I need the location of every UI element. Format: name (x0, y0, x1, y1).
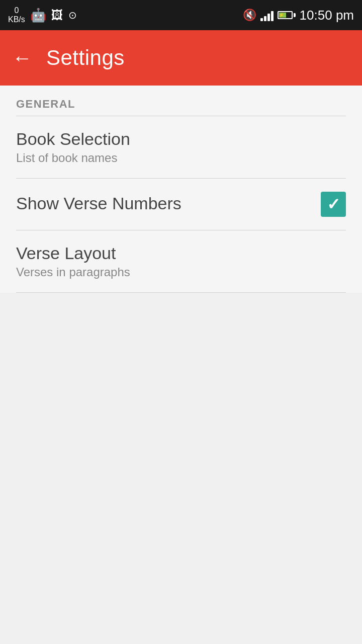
status-bar: 0 KB/s 🤖 🖼 ⊙ 🔇 ⚡ 10:50 pm (0, 0, 362, 30)
book-selection-title: Book Selection (16, 129, 346, 149)
show-verse-numbers-text: Show Verse Numbers (16, 194, 313, 215)
status-bar-left: 0 KB/s 🤖 🖼 ⊙ (8, 6, 77, 24)
setting-item-show-verse-numbers[interactable]: Show Verse Numbers ✓ (0, 179, 362, 230)
signal-bars-icon (260, 9, 274, 21)
kb-indicator: 0 KB/s (8, 6, 25, 24)
verse-layout-subtitle: Verses in paragraphs (16, 265, 346, 279)
verse-layout-text: Verse Layout Verses in paragraphs (16, 244, 346, 279)
show-verse-numbers-title: Show Verse Numbers (16, 194, 313, 213)
mute-icon: 🔇 (243, 9, 256, 22)
back-button[interactable]: ← (12, 47, 32, 69)
kb-value: 0 (14, 6, 19, 15)
book-selection-subtitle: List of book names (16, 151, 346, 165)
book-selection-text: Book Selection List of book names (16, 129, 346, 165)
setting-item-book-selection[interactable]: Book Selection List of book names (0, 116, 362, 178)
back-icon: ← (12, 47, 32, 69)
show-verse-numbers-control[interactable]: ✓ (321, 192, 346, 217)
android-icon: 🤖 (30, 8, 46, 23)
checkmark-icon: ✓ (327, 196, 340, 212)
circle-icon: ⊙ (68, 9, 77, 21)
battery-icon: ⚡ (278, 11, 296, 19)
status-bar-right: 🔇 ⚡ 10:50 pm (243, 8, 354, 23)
page-title: Settings (46, 46, 125, 70)
settings-content: GENERAL Book Selection List of book name… (0, 86, 362, 293)
divider-3 (16, 292, 346, 293)
setting-item-verse-layout[interactable]: Verse Layout Verses in paragraphs (0, 230, 362, 292)
section-header-general: GENERAL (0, 86, 362, 116)
image-icon: 🖼 (51, 8, 63, 22)
verse-layout-title: Verse Layout (16, 244, 346, 263)
show-verse-numbers-checkbox[interactable]: ✓ (321, 192, 346, 217)
status-time: 10:50 pm (300, 8, 354, 23)
app-bar: ← Settings (0, 30, 362, 86)
kb-unit: KB/s (8, 15, 25, 24)
